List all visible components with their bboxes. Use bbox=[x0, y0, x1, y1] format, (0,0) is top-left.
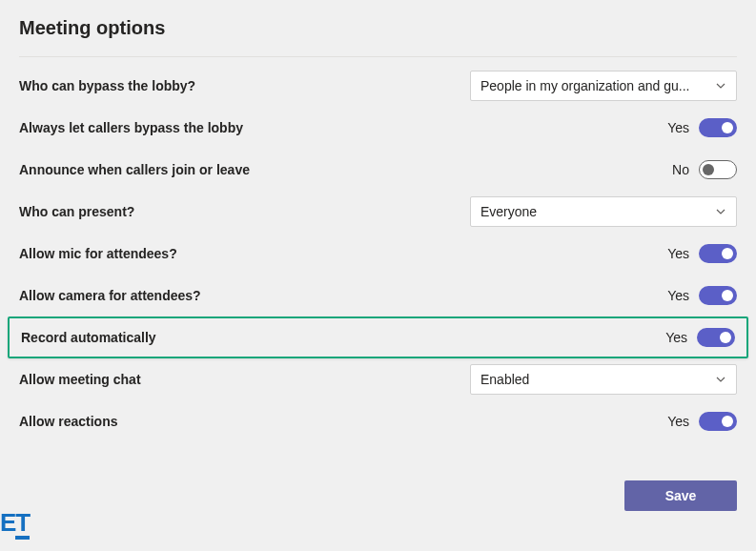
label-chat: Allow meeting chat bbox=[19, 372, 141, 387]
select-present[interactable]: Everyone bbox=[470, 196, 737, 227]
chevron-down-icon bbox=[715, 206, 726, 217]
toggle-record-state: Yes bbox=[665, 330, 687, 345]
label-camera: Allow camera for attendees? bbox=[19, 288, 201, 303]
label-present: Who can present? bbox=[19, 204, 134, 219]
footer: Save bbox=[0, 442, 756, 511]
row-bypass-lobby: Who can bypass the lobby? People in my o… bbox=[19, 65, 737, 107]
row-camera: Allow camera for attendees? Yes bbox=[19, 275, 737, 316]
divider bbox=[19, 56, 737, 57]
toggle-reactions[interactable] bbox=[699, 412, 737, 431]
chevron-down-icon bbox=[715, 80, 726, 92]
select-bypass-lobby-value: People in my organization and gu... bbox=[480, 78, 689, 93]
toggle-camera[interactable] bbox=[699, 286, 737, 305]
row-announce: Announce when callers join or leave No bbox=[19, 149, 737, 191]
label-bypass-lobby: Who can bypass the lobby? bbox=[19, 78, 195, 93]
toggle-record-auto[interactable] bbox=[697, 328, 735, 347]
chevron-down-icon bbox=[715, 374, 726, 385]
select-chat-value: Enabled bbox=[480, 372, 529, 387]
row-reactions: Allow reactions Yes bbox=[19, 400, 737, 442]
watermark-logo: ET bbox=[0, 510, 30, 540]
row-record-auto: Record automatically Yes bbox=[8, 316, 748, 358]
watermark-e: E bbox=[0, 508, 15, 537]
toggle-announce-state: No bbox=[672, 162, 689, 177]
label-mic: Allow mic for attendees? bbox=[19, 246, 177, 261]
toggle-reactions-state: Yes bbox=[667, 414, 689, 429]
label-record-auto: Record automatically bbox=[21, 330, 156, 345]
toggle-mic-state: Yes bbox=[667, 246, 689, 261]
select-present-value: Everyone bbox=[480, 204, 537, 219]
toggle-mic[interactable] bbox=[699, 244, 737, 263]
label-reactions: Allow reactions bbox=[19, 414, 117, 429]
toggle-callers-bypass[interactable] bbox=[699, 118, 737, 137]
toggle-announce[interactable] bbox=[699, 160, 737, 179]
save-button[interactable]: Save bbox=[624, 480, 737, 511]
row-present: Who can present? Everyone bbox=[19, 191, 737, 233]
page-title: Meeting options bbox=[19, 17, 737, 39]
select-chat[interactable]: Enabled bbox=[470, 364, 737, 395]
label-announce: Announce when callers join or leave bbox=[19, 162, 250, 177]
row-chat: Allow meeting chat Enabled bbox=[19, 358, 737, 400]
select-bypass-lobby[interactable]: People in my organization and gu... bbox=[470, 71, 737, 101]
toggle-camera-state: Yes bbox=[667, 288, 689, 303]
label-callers-bypass: Always let callers bypass the lobby bbox=[19, 120, 243, 135]
toggle-callers-bypass-state: Yes bbox=[667, 120, 689, 135]
row-mic: Allow mic for attendees? Yes bbox=[19, 233, 737, 275]
watermark-t: T bbox=[15, 510, 30, 540]
row-callers-bypass: Always let callers bypass the lobby Yes bbox=[19, 107, 737, 149]
